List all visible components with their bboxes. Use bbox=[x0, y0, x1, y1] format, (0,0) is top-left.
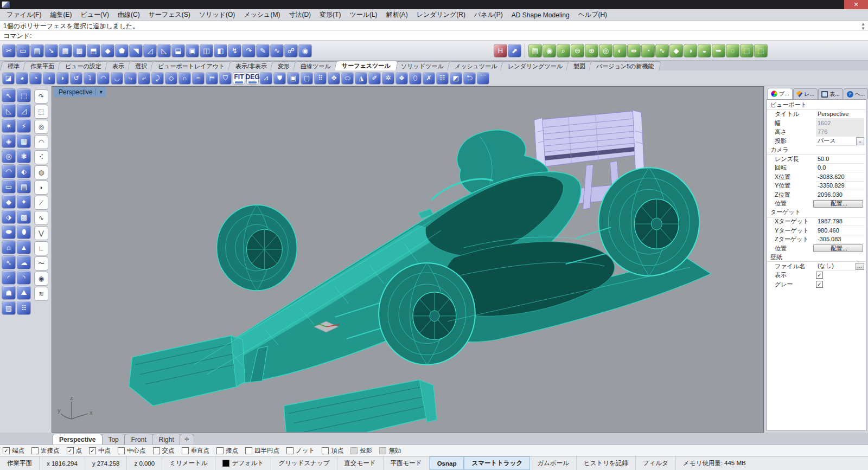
plane-srf-icon[interactable]: ▭ bbox=[2, 179, 16, 194]
runner-icon[interactable]: ↯ bbox=[228, 44, 241, 57]
pentagon-surface-icon[interactable]: ⬟ bbox=[115, 44, 129, 57]
circle-points-icon[interactable]: ◎ bbox=[34, 120, 48, 134]
fan-surface-icon[interactable]: ◔ bbox=[641, 44, 655, 57]
zoom-in-icon[interactable]: ⊕ bbox=[585, 44, 598, 57]
smash-icon[interactable]: ✥ bbox=[328, 72, 340, 85]
property-row[interactable]: ファイル名 (なし) ... bbox=[767, 262, 866, 271]
history-curve-icon[interactable]: ⌒ bbox=[477, 72, 489, 85]
flatten-icon[interactable]: ▭ bbox=[16, 44, 30, 57]
hook-curve-icon[interactable]: ↷ bbox=[242, 44, 256, 57]
dashed-select-icon[interactable]: ⬚ bbox=[740, 44, 754, 57]
sweep2-icon[interactable]: ↺ bbox=[70, 72, 82, 85]
osnap-checkbox[interactable]: 端点 bbox=[3, 447, 24, 455]
dashed-select-2-icon[interactable]: ⬚ bbox=[754, 44, 768, 57]
tab-view-settings[interactable]: ビューの設定 bbox=[58, 61, 108, 70]
osnap-checkbox[interactable]: 中点 bbox=[89, 447, 111, 455]
change-degree-icon[interactable]: DEG bbox=[246, 72, 259, 85]
property-row[interactable]: Zターゲット -305.083 bbox=[767, 235, 866, 244]
status-ortho[interactable]: 直交モード bbox=[337, 456, 384, 470]
zoom-mouse-icon[interactable]: ⌕ bbox=[557, 44, 570, 57]
property-row[interactable]: ビューポート bbox=[767, 101, 866, 110]
vtab-add[interactable]: ✛ bbox=[180, 434, 194, 445]
status-filter[interactable]: フィルタ bbox=[636, 456, 676, 470]
notebook-icon[interactable]: ▤ bbox=[30, 44, 44, 57]
patch-quad-icon[interactable]: ◈ bbox=[2, 134, 16, 148]
html-export-icon[interactable]: H bbox=[494, 44, 507, 57]
menu-ad-shape-modeling[interactable]: AD Shape Modeling bbox=[507, 10, 574, 20]
tab-solid-tools[interactable]: ソリッドツール bbox=[393, 61, 451, 70]
tab-render-tools[interactable]: レンダリングツール bbox=[501, 61, 571, 70]
vtab-right[interactable]: Right bbox=[152, 434, 181, 445]
curve-handles-icon[interactable]: ↷ bbox=[34, 89, 48, 104]
dome-srf-icon[interactable]: ⛰ bbox=[17, 286, 31, 300]
property-row[interactable]: 回転 0.0 bbox=[767, 164, 866, 173]
menu-edit[interactable]: 編集(E) bbox=[46, 9, 76, 21]
property-row[interactable]: レンズ長 50.0 bbox=[767, 154, 866, 164]
menu-solid[interactable]: ソリッド(O) bbox=[195, 9, 239, 21]
spoon-curve-icon[interactable]: ➴ bbox=[2, 255, 16, 269]
menu-tools[interactable]: ツール(L) bbox=[345, 9, 381, 21]
osnap-checkbox[interactable]: 垂直点 bbox=[182, 447, 210, 455]
curve-s-icon[interactable]: ∿ bbox=[34, 211, 48, 225]
point-cloud-icon[interactable]: ⠪ bbox=[34, 150, 48, 164]
corner-surface-icon[interactable]: ◿ bbox=[143, 44, 157, 57]
arc-blend2-icon[interactable]: ◝ bbox=[17, 271, 31, 285]
rebuild-icon[interactable]: ✐ bbox=[368, 72, 381, 85]
command-scrollbar[interactable]: ▲ ▼ bbox=[859, 22, 867, 31]
join-edges-icon[interactable]: ⬯ bbox=[409, 72, 422, 85]
extend-srf-icon[interactable]: ⮌ bbox=[463, 72, 476, 85]
menu-mesh[interactable]: メッシュ(M) bbox=[239, 9, 284, 21]
vtab-front[interactable]: Front bbox=[124, 434, 154, 445]
close-button[interactable]: ✕ bbox=[844, 0, 868, 9]
loft-icon[interactable]: ◖ bbox=[43, 72, 55, 85]
ghost-select-icon[interactable]: ◌ bbox=[726, 44, 739, 57]
arc-points-icon[interactable]: ◠ bbox=[34, 135, 48, 149]
vtab-top[interactable]: Top bbox=[101, 434, 125, 445]
tab-surface-tools[interactable]: サーフェスツール bbox=[334, 61, 398, 70]
window-inset-icon[interactable]: ▣ bbox=[186, 44, 199, 57]
property-row[interactable]: カメラ bbox=[767, 146, 866, 155]
tab-viewport-layout[interactable]: ビューポートレイアウト bbox=[150, 61, 232, 70]
status-units[interactable]: ミリメートル bbox=[162, 456, 215, 470]
wave-curve-icon[interactable]: ∿ bbox=[270, 44, 284, 57]
cage-edit-icon[interactable]: ◇ bbox=[165, 72, 177, 85]
mesh-sphere-icon[interactable]: ◍ bbox=[34, 165, 48, 179]
wave-analysis-icon[interactable]: ∿ bbox=[655, 44, 669, 57]
drape-srf-icon[interactable]: ⬮ bbox=[17, 225, 31, 239]
sweep1-icon[interactable]: ◗ bbox=[56, 72, 69, 85]
property-row[interactable]: 壁紙 bbox=[767, 253, 866, 262]
patch-icon[interactable]: ⛿ bbox=[206, 72, 218, 85]
menu-transform[interactable]: 変形(T) bbox=[315, 9, 345, 21]
property-row[interactable]: ターゲット bbox=[767, 208, 866, 217]
shrink-trimmed-icon[interactable]: ◮ bbox=[355, 72, 367, 85]
eye-icon[interactable]: ◉ bbox=[298, 44, 312, 57]
osnap-checkbox[interactable]: 接点 bbox=[216, 447, 238, 455]
layer-book-icon[interactable]: ▤ bbox=[528, 44, 542, 57]
fan-srf-icon[interactable]: ❃ bbox=[17, 149, 31, 163]
panel-swap-icon[interactable]: ◧ bbox=[214, 44, 227, 57]
property-row[interactable]: X位置 -3083.620 bbox=[767, 172, 866, 182]
flip-srf-icon[interactable]: ⬗ bbox=[2, 210, 16, 224]
lens-icon[interactable]: ◎ bbox=[599, 44, 612, 57]
status-layer[interactable]: デフォルト bbox=[215, 456, 272, 470]
extrude-along-icon[interactable]: ⤷ bbox=[124, 72, 137, 85]
offset-srf-icon[interactable]: ⊿ bbox=[260, 72, 272, 85]
status-gumball[interactable]: ガムボール bbox=[530, 456, 577, 470]
revolve-icon[interactable]: ⤵ bbox=[84, 72, 96, 85]
circle-srf-icon[interactable]: ◎ bbox=[2, 149, 16, 163]
curve-points-icon[interactable]: ☍ bbox=[284, 44, 298, 57]
extract-icon[interactable]: ⚡ bbox=[17, 119, 31, 133]
status-z[interactable]: z 0.000 bbox=[127, 456, 162, 470]
tab-cplane[interactable]: 作業平面 bbox=[23, 61, 62, 70]
grid-shade-icon[interactable]: ▩ bbox=[73, 44, 86, 57]
connect-srf-icon[interactable]: ▣ bbox=[287, 72, 299, 85]
patch-flat-icon[interactable]: ▦ bbox=[17, 134, 31, 148]
tab-show-hide[interactable]: 表示/非表示 bbox=[228, 61, 275, 70]
status-record-history[interactable]: ヒストリを記録 bbox=[577, 456, 636, 470]
property-row[interactable]: 高さ 776 bbox=[767, 128, 866, 137]
symmetry-icon[interactable]: ▢ bbox=[301, 72, 313, 85]
property-row[interactable]: Yターゲット 980.460 bbox=[767, 226, 866, 235]
pipe-icon[interactable]: ∩ bbox=[178, 72, 191, 85]
menu-file[interactable]: ファイル(F) bbox=[2, 9, 46, 21]
brush-stroke-icon[interactable]: ➘ bbox=[44, 44, 58, 57]
